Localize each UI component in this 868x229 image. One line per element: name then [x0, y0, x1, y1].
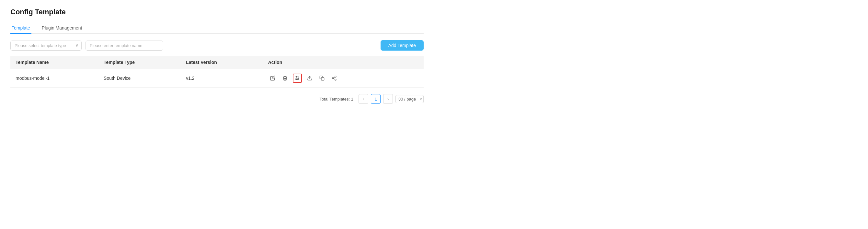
- toolbar-filters: Please select template type South Device…: [10, 40, 163, 51]
- pagination-page-1-button[interactable]: 1: [371, 94, 380, 104]
- action-buttons: [268, 74, 418, 83]
- col-action: Action: [263, 56, 424, 69]
- type-select[interactable]: Please select template type South Device…: [10, 40, 82, 51]
- name-search-input[interactable]: [86, 40, 163, 51]
- table-row: modbus-model-1 South Device v1.2: [10, 69, 424, 88]
- toolbar: Please select template type South Device…: [10, 40, 424, 51]
- tab-template[interactable]: Template: [10, 23, 31, 34]
- cell-latest-version: v1.2: [181, 69, 263, 88]
- svg-point-4: [298, 78, 299, 79]
- table-header-row: Template Name Template Type Latest Versi…: [10, 56, 424, 69]
- pagination-prev-button[interactable]: ‹: [359, 94, 368, 104]
- tab-plugin-management[interactable]: Plugin Management: [40, 23, 84, 34]
- templates-table: Template Name Template Type Latest Versi…: [10, 56, 424, 88]
- page-title: Config Template: [10, 8, 424, 16]
- tabs-bar: Template Plugin Management: [10, 23, 424, 34]
- svg-point-5: [296, 79, 297, 80]
- col-template-type: Template Type: [98, 56, 181, 69]
- cell-template-type: South Device: [98, 69, 181, 88]
- page-size-select[interactable]: 10 / page 20 / page 30 / page 50 / page: [396, 95, 424, 103]
- copy-icon[interactable]: [317, 74, 327, 83]
- upload-icon[interactable]: [305, 74, 314, 83]
- svg-line-11: [333, 79, 335, 80]
- pagination: Total Templates: 1 ‹ 1 › 10 / page 20 / …: [10, 94, 424, 104]
- delete-icon[interactable]: [280, 74, 289, 83]
- pagination-next-button[interactable]: ›: [383, 94, 393, 104]
- pagination-total: Total Templates: 1: [319, 97, 353, 102]
- col-latest-version: Latest Version: [181, 56, 263, 69]
- cell-template-name: modbus-model-1: [10, 69, 98, 88]
- svg-rect-7: [321, 78, 324, 81]
- type-select-wrapper: Please select template type South Device…: [10, 40, 82, 51]
- config-icon[interactable]: [293, 74, 302, 83]
- share-icon[interactable]: [330, 74, 339, 83]
- svg-line-12: [333, 77, 335, 78]
- cell-actions: [263, 69, 424, 88]
- page-size-wrapper: 10 / page 20 / page 30 / page 50 / page …: [396, 95, 424, 103]
- col-template-name: Template Name: [10, 56, 98, 69]
- add-template-button[interactable]: Add Template: [380, 40, 424, 51]
- edit-icon[interactable]: [268, 74, 277, 83]
- svg-point-3: [296, 77, 297, 78]
